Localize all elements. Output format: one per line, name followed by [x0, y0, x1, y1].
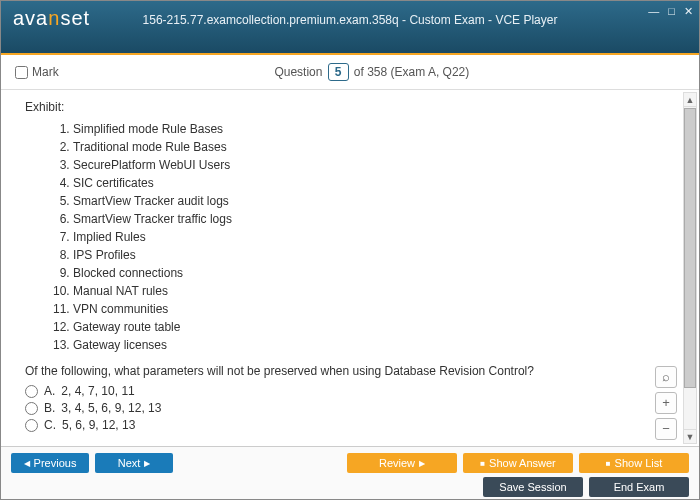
save-session-button[interactable]: Save Session — [483, 477, 583, 497]
show-list-label: Show List — [615, 457, 663, 469]
logo-post: set — [60, 7, 90, 29]
list-item: Implied Rules — [73, 230, 683, 244]
option-text: 5, 6, 9, 12, 13 — [62, 418, 135, 432]
question-bar: Mark Question 5 of 358 (Exam A, Q22) — [1, 55, 699, 90]
option-b-radio[interactable] — [25, 402, 38, 415]
list-item: Manual NAT rules — [73, 284, 683, 298]
option-letter: A. — [44, 384, 55, 398]
option-b[interactable]: B. 3, 4, 5, 6, 9, 12, 13 — [25, 401, 683, 415]
footer: Previous Next Review Show Answer Show Li… — [1, 446, 699, 500]
window-title: 156-215.77.examcollection.premium.exam.3… — [1, 1, 699, 27]
show-answer-button[interactable]: Show Answer — [463, 453, 573, 473]
mark-label: Mark — [32, 65, 59, 79]
option-c[interactable]: C. 5, 6, 9, 12, 13 — [25, 418, 683, 432]
window-controls: — □ ✕ — [642, 5, 693, 18]
list-item: Gateway route table — [73, 320, 683, 334]
exhibit-list: Simplified mode Rule Bases Traditional m… — [73, 122, 683, 352]
show-list-button[interactable]: Show List — [579, 453, 689, 473]
question-number: 5 — [328, 63, 349, 81]
option-letter: B. — [44, 401, 55, 415]
question-word: Question — [274, 65, 322, 79]
zoom-controls: ⌕ + − — [655, 366, 679, 440]
review-label: Review — [379, 457, 415, 469]
content-pane: Exhibit: Simplified mode Rule Bases Trad… — [1, 90, 699, 446]
logo: avanset — [13, 7, 90, 30]
list-item: SmartView Tracker traffic logs — [73, 212, 683, 226]
close-button[interactable]: ✕ — [684, 5, 693, 17]
option-letter: C. — [44, 418, 56, 432]
scroll-up-button[interactable]: ▲ — [684, 93, 696, 107]
scroll-down-button[interactable]: ▼ — [684, 429, 696, 443]
minimize-button[interactable]: — — [648, 5, 659, 17]
content-inner: Exhibit: Simplified mode Rule Bases Trad… — [1, 90, 699, 445]
zoom-out-button[interactable]: − — [655, 418, 677, 440]
list-item: Simplified mode Rule Bases — [73, 122, 683, 136]
question-text: Of the following, what parameters will n… — [25, 364, 683, 378]
scroll-thumb[interactable] — [684, 108, 696, 388]
zoom-in-button[interactable]: + — [655, 392, 677, 414]
vertical-scrollbar[interactable]: ▲ ▼ — [683, 92, 697, 444]
zoom-reset-button[interactable]: ⌕ — [655, 366, 677, 388]
list-item: Traditional mode Rule Bases — [73, 140, 683, 154]
option-a-radio[interactable] — [25, 385, 38, 398]
question-total: of 358 (Exam A, Q22) — [354, 65, 469, 79]
logo-n: n — [48, 7, 60, 29]
maximize-button[interactable]: □ — [668, 5, 675, 17]
list-item: IPS Profiles — [73, 248, 683, 262]
nav-row: Previous Next Review Show Answer Show Li… — [11, 453, 689, 473]
mark-checkbox[interactable] — [15, 66, 28, 79]
option-a[interactable]: A. 2, 4, 7, 10, 11 — [25, 384, 683, 398]
exhibit-label: Exhibit: — [25, 100, 683, 114]
list-item: SecurePlatform WebUI Users — [73, 158, 683, 172]
question-counter: Question 5 of 358 (Exam A, Q22) — [59, 63, 685, 81]
end-exam-button[interactable]: End Exam — [589, 477, 689, 497]
option-c-radio[interactable] — [25, 419, 38, 432]
list-item: Blocked connections — [73, 266, 683, 280]
mark-checkbox-wrap[interactable]: Mark — [15, 65, 59, 79]
end-exam-label: End Exam — [614, 481, 665, 493]
next-button[interactable]: Next — [95, 453, 173, 473]
session-row: Save Session End Exam — [11, 477, 689, 497]
show-answer-label: Show Answer — [489, 457, 556, 469]
option-text: 3, 4, 5, 6, 9, 12, 13 — [61, 401, 161, 415]
previous-label: Previous — [34, 457, 77, 469]
logo-pre: ava — [13, 7, 48, 29]
previous-button[interactable]: Previous — [11, 453, 89, 473]
review-button[interactable]: Review — [347, 453, 457, 473]
list-item: SmartView Tracker audit logs — [73, 194, 683, 208]
title-bar: avanset 156-215.77.examcollection.premiu… — [1, 1, 699, 53]
option-text: 2, 4, 7, 10, 11 — [61, 384, 134, 398]
list-item: Gateway licenses — [73, 338, 683, 352]
list-item: SIC certificates — [73, 176, 683, 190]
next-label: Next — [118, 457, 141, 469]
list-item: VPN communities — [73, 302, 683, 316]
save-session-label: Save Session — [499, 481, 566, 493]
